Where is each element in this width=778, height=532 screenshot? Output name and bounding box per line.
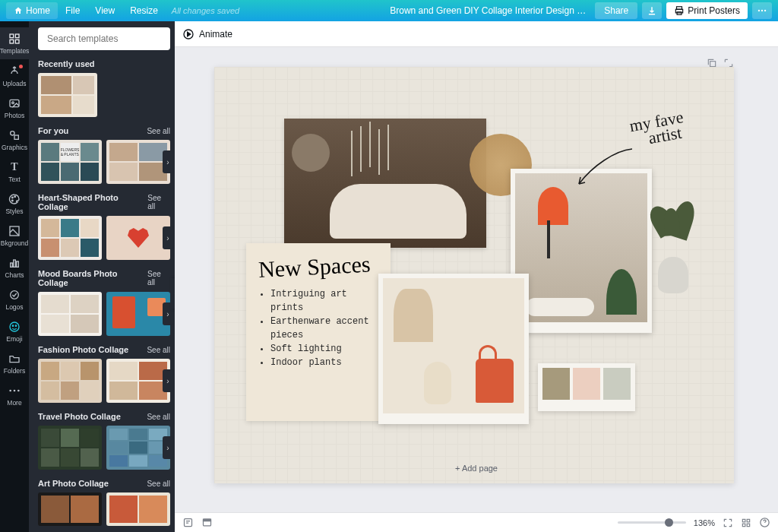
rail-background[interactable]: Bkground xyxy=(0,220,29,252)
scroll-right[interactable]: › xyxy=(163,369,173,392)
help-icon[interactable] xyxy=(759,517,770,528)
rail-uploads[interactable]: Uploads xyxy=(0,59,29,92)
svg-rect-36 xyxy=(742,524,745,527)
svg-point-5 xyxy=(764,10,766,11)
scroll-right[interactable]: › xyxy=(163,436,173,459)
download-button[interactable] xyxy=(642,2,662,19)
template-thumb[interactable] xyxy=(38,216,102,260)
seeall-heart[interactable]: See all xyxy=(147,194,170,211)
add-page-button[interactable]: + Add page xyxy=(455,464,498,473)
scroll-right[interactable]: › xyxy=(163,226,173,249)
svg-rect-33 xyxy=(204,519,211,521)
swatch-2[interactable] xyxy=(573,368,600,400)
home-label: Home xyxy=(26,5,50,16)
fullscreen-icon[interactable] xyxy=(723,518,733,528)
grid-view-icon[interactable] xyxy=(741,518,751,528)
zoom-handle[interactable] xyxy=(665,518,673,527)
svg-rect-35 xyxy=(747,519,750,522)
rail-photos[interactable]: Photos xyxy=(0,92,29,124)
rail-more[interactable]: More xyxy=(0,379,29,411)
file-menu[interactable]: File xyxy=(58,2,87,19)
share-button[interactable]: Share xyxy=(595,2,637,19)
template-thumb[interactable] xyxy=(38,426,102,470)
template-thumb[interactable] xyxy=(38,73,97,117)
template-thumb[interactable] xyxy=(106,216,170,260)
svg-rect-8 xyxy=(10,40,14,43)
search-box[interactable] xyxy=(38,27,170,50)
template-thumb[interactable] xyxy=(38,359,102,403)
view-menu[interactable]: View xyxy=(87,2,122,19)
scroll-right[interactable]: › xyxy=(163,150,173,173)
rail-graphics[interactable]: Graphics xyxy=(0,124,29,156)
design-canvas[interactable]: my fave artist New Spaces Intriguing art… xyxy=(214,67,734,483)
template-thumb[interactable]: FLOWERS& PLANTS xyxy=(38,140,102,184)
svg-point-23 xyxy=(12,325,13,326)
arrow-to-artist xyxy=(570,143,638,196)
zoom-slider[interactable] xyxy=(618,521,686,524)
svg-point-15 xyxy=(14,196,16,198)
photo-sofa[interactable] xyxy=(284,119,486,248)
rail-logos[interactable]: Logos xyxy=(0,283,29,315)
notes-icon[interactable] xyxy=(182,517,194,528)
template-thumb[interactable] xyxy=(38,292,102,336)
svg-rect-18 xyxy=(11,263,13,267)
more-menu-button[interactable] xyxy=(752,2,772,19)
svg-rect-6 xyxy=(10,34,14,38)
rail-styles[interactable]: Styles xyxy=(0,188,29,220)
rail-emoji[interactable]: Emoji xyxy=(0,315,29,347)
svg-point-3 xyxy=(758,10,760,11)
rail-templates[interactable]: Templates xyxy=(0,27,29,59)
template-thumb[interactable] xyxy=(106,359,170,403)
print-icon xyxy=(674,5,685,16)
svg-rect-30 xyxy=(710,62,716,67)
svg-point-24 xyxy=(15,325,16,326)
svg-point-11 xyxy=(12,102,14,104)
template-thumb[interactable] xyxy=(38,492,102,526)
section-travel: Travel Photo CollageSee all xyxy=(38,412,170,421)
rail-folders[interactable]: Folders xyxy=(0,347,29,379)
svg-point-12 xyxy=(11,131,14,135)
print-label: Print Posters xyxy=(688,5,740,16)
svg-rect-19 xyxy=(14,260,16,267)
svg-point-27 xyxy=(17,390,20,392)
swatch-3[interactable] xyxy=(603,368,631,400)
template-thumb[interactable] xyxy=(106,140,170,184)
note-card[interactable]: New Spaces Intriguing art prints Earthen… xyxy=(246,243,391,421)
templates-panel: Recently used For youSee all FLOWERS& PL… xyxy=(29,21,175,532)
home-button[interactable]: Home xyxy=(6,2,58,19)
resize-menu[interactable]: Resize xyxy=(122,2,166,19)
svg-point-25 xyxy=(9,390,11,392)
seeall-fashion[interactable]: See all xyxy=(147,346,170,354)
template-thumb[interactable] xyxy=(106,492,170,526)
seeall-travel[interactable]: See all xyxy=(147,413,170,421)
animate-button[interactable]: Animate xyxy=(182,28,232,40)
rail-charts[interactable]: Charts xyxy=(0,252,29,283)
section-foryou: For youSee all xyxy=(38,126,170,135)
svg-rect-7 xyxy=(15,34,19,38)
canvas-viewport[interactable]: my fave artist New Spaces Intriguing art… xyxy=(175,47,778,512)
rail-text[interactable]: TText xyxy=(0,156,29,188)
search-input[interactable] xyxy=(47,33,161,44)
duration-icon[interactable] xyxy=(201,517,213,528)
print-button[interactable]: Print Posters xyxy=(666,2,748,19)
zoom-value[interactable]: 136% xyxy=(694,518,715,527)
note-title: New Spaces xyxy=(258,251,379,283)
section-mood: Mood Boards Photo CollageSee all xyxy=(38,269,170,287)
document-title[interactable]: Brown and Green DIY Collage Interior Des… xyxy=(390,5,587,16)
svg-point-22 xyxy=(10,322,19,331)
svg-rect-9 xyxy=(15,40,19,43)
swatch-1[interactable] xyxy=(542,368,570,400)
seeall-foryou[interactable]: See all xyxy=(147,127,170,135)
polaroid-bags[interactable] xyxy=(378,274,529,424)
svg-point-26 xyxy=(14,390,16,392)
bottom-bar: 136% xyxy=(175,512,778,532)
editor-area: Animate xyxy=(175,21,778,532)
top-bar: Home File View Resize All changes saved … xyxy=(0,0,778,21)
seeall-mood[interactable]: See all xyxy=(147,270,170,287)
seeall-art[interactable]: See all xyxy=(147,480,170,488)
template-thumb[interactable] xyxy=(106,426,170,470)
vase-plant[interactable] xyxy=(647,226,699,293)
color-swatches[interactable] xyxy=(538,363,635,411)
template-thumb[interactable] xyxy=(106,292,170,336)
svg-rect-13 xyxy=(14,135,18,139)
